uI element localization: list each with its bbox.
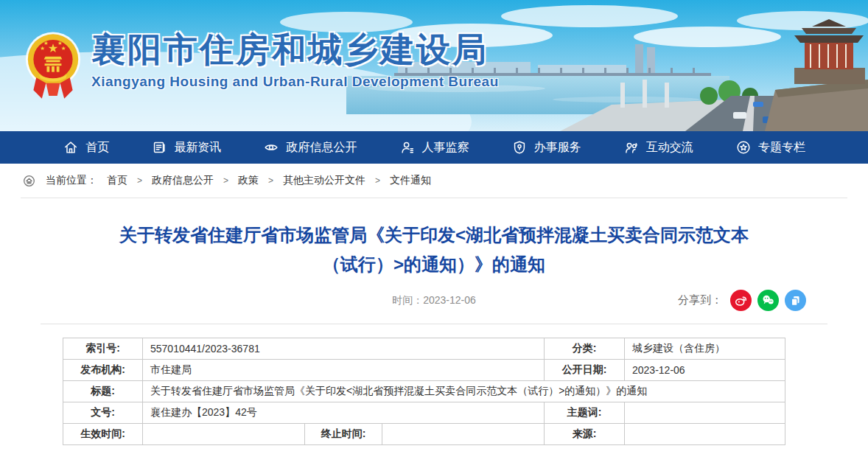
nav-label: 首页 [85, 140, 109, 156]
location-home-icon [22, 174, 36, 188]
page-title-line2: （试行）>的通知）》的通知 [66, 250, 802, 279]
breadcrumb-item-policy[interactable]: 政策 [238, 174, 259, 187]
nav-label: 办事服务 [534, 140, 581, 156]
national-emblem-logo: ★ ★ ★ ★ ★ [25, 31, 81, 103]
nav-label: 人事监察 [422, 140, 469, 156]
breadcrumb-item-gov-info[interactable]: 政府信息公开 [152, 174, 214, 187]
breadcrumb-separator: > [375, 175, 380, 186]
breadcrumb-prefix: 当前位置： [46, 174, 97, 187]
table-row-index: 索引号: 557010441/2023-36781 分类: 城乡建设（含住房） [63, 338, 785, 360]
shield-icon [511, 139, 528, 156]
source-value [625, 424, 785, 445]
eye-icon [263, 139, 279, 156]
svg-text:★: ★ [57, 40, 63, 46]
breadcrumb-container: 当前位置： 首页 > 政府信息公开 > 政策 > 其他主动公开文件 > 文件通知 [21, 164, 847, 198]
publish-time-label: 时间： [392, 294, 423, 306]
person-icon [399, 139, 416, 156]
nav-item-interaction[interactable]: 互动交流 [623, 139, 693, 156]
category-value: 城乡建设（含住房） [625, 338, 785, 360]
breadcrumb-separator: > [137, 175, 142, 186]
doc-title-label: 标题: [63, 381, 143, 402]
category-label: 分类: [545, 338, 625, 360]
nav-item-personnel[interactable]: 人事监察 [399, 139, 469, 156]
publish-date-label: 公开日期: [545, 360, 625, 381]
doc-title-value: 关于转发省住建厅省市场监管局《关于印发<湖北省预拌混凝土买卖合同示范文本（试行）… [143, 381, 785, 402]
main-nav: 首页 最新资讯 政府信息公开 人事监察 办事服务 互动交流 [0, 131, 868, 164]
site-title-en: Xiangyang Housing and Urban-Rural Develo… [91, 74, 499, 90]
end-date-label: 终止时间: [305, 424, 382, 445]
breadcrumb-separator: > [223, 175, 228, 186]
page-title-line1: 关于转发省住建厅省市场监管局《关于印发<湖北省预拌混凝土买卖合同示范文本 [66, 220, 802, 250]
publish-time-value: 2023-12-06 [423, 294, 476, 306]
document-meta-table: 索引号: 557010441/2023-36781 分类: 城乡建设（含住房） … [63, 338, 785, 445]
page-title: 关于转发省住建厅省市场监管局《关于印发<湖北省预拌混凝土买卖合同示范文本 （试行… [66, 220, 802, 279]
chat-icon [623, 139, 640, 156]
table-row-doc-number: 文号: 襄住建办【2023】42号 主题词: [63, 402, 785, 424]
copy-icon [788, 293, 803, 308]
table-row-agency: 发布机构: 市住建局 公开日期: 2023-12-06 [63, 360, 785, 381]
index-number-value: 557010441/2023-36781 [143, 338, 545, 360]
share-label: 分享到： [678, 293, 722, 307]
wechat-icon [760, 293, 776, 308]
nav-label: 政府信息公开 [286, 140, 357, 156]
weibo-icon [733, 293, 749, 308]
table-row-title: 标题: 关于转发省住建厅省市场监管局《关于印发<湖北省预拌混凝土买卖合同示范文本… [63, 381, 785, 402]
keywords-value [625, 402, 785, 424]
site-header: ★ ★ ★ ★ ★ 襄阳市住房和城乡建设局 Xiangyang Housing … [0, 0, 868, 131]
breadcrumb-separator: > [268, 175, 273, 186]
site-brand: ★ ★ ★ ★ ★ 襄阳市住房和城乡建设局 Xiangyang Housing … [25, 31, 499, 103]
nav-label: 互动交流 [646, 140, 693, 156]
doc-number-value: 襄住建办【2023】42号 [143, 402, 545, 424]
home-icon [63, 139, 79, 156]
news-icon [151, 139, 167, 156]
breadcrumb-item-other-docs[interactable]: 其他主动公开文件 [283, 174, 365, 187]
keywords-label: 主题词: [545, 402, 625, 424]
breadcrumb-item-notices[interactable]: 文件通知 [390, 174, 431, 187]
publish-date-value: 2023-12-06 [625, 360, 785, 381]
table-row-validity: 生效时间: 终止时间: 来源: [63, 424, 785, 445]
nav-item-services[interactable]: 办事服务 [511, 139, 581, 156]
end-date-value [382, 424, 545, 445]
star-icon [735, 139, 752, 156]
share-wechat-button[interactable] [757, 290, 779, 311]
source-label: 来源: [545, 424, 625, 445]
nav-item-home[interactable]: 首页 [63, 139, 109, 156]
site-title-zh: 襄阳市住房和城乡建设局 [91, 31, 499, 69]
publisher-label: 发布机构: [63, 360, 143, 381]
svg-text:★: ★ [48, 41, 58, 55]
index-number-label: 索引号: [63, 338, 143, 360]
nav-item-special-topics[interactable]: 专题专栏 [735, 139, 805, 156]
nav-item-gov-info[interactable]: 政府信息公开 [263, 139, 357, 156]
effective-date-label: 生效时间: [63, 424, 143, 445]
share-bar: 分享到： [678, 288, 806, 312]
nav-label: 专题专栏 [758, 140, 805, 156]
breadcrumb: 当前位置： 首页 > 政府信息公开 > 政策 > 其他主动公开文件 > 文件通知 [21, 164, 847, 198]
nav-label: 最新资讯 [174, 140, 221, 156]
breadcrumb-item-home[interactable]: 首页 [107, 174, 127, 187]
article-meta-row: 时间：2023-12-06 分享到： [0, 288, 868, 312]
content-divider [41, 324, 827, 324]
share-weibo-button[interactable] [730, 290, 752, 311]
share-copy-button[interactable] [785, 290, 806, 311]
publisher-value: 市住建局 [143, 360, 545, 381]
svg-text:★: ★ [43, 40, 49, 46]
effective-date-value [143, 424, 305, 445]
doc-number-label: 文号: [63, 402, 143, 424]
nav-item-news[interactable]: 最新资讯 [151, 139, 221, 156]
